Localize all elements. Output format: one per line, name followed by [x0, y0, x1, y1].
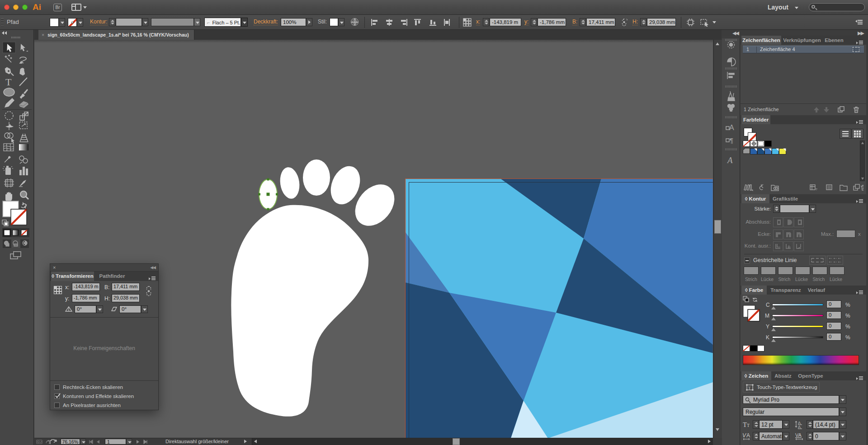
svg-text:VA: VA [795, 432, 802, 438]
svg-text:T: T [743, 421, 747, 428]
svg-text:T: T [748, 386, 751, 390]
svg-text:A: A [726, 155, 733, 165]
svg-text:A: A [746, 432, 750, 439]
svg-text:V: V [742, 432, 746, 439]
svg-text:T: T [5, 76, 12, 88]
svg-text:T: T [747, 423, 750, 428]
svg-text:A: A [729, 124, 734, 131]
svg-text:¶: ¶ [730, 136, 733, 144]
